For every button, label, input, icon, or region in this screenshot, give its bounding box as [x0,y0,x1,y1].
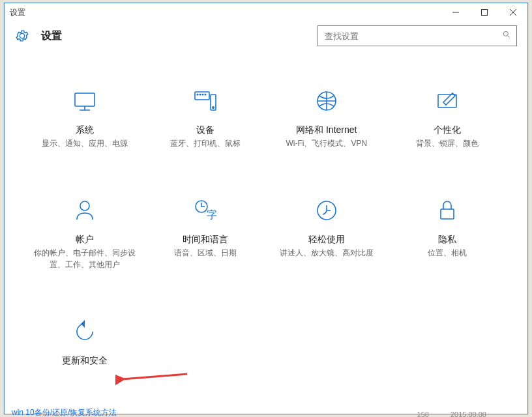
titlebar: 设置 [5,3,527,22]
update-icon [69,316,100,347]
tile-title: 时间和语言 [183,233,228,246]
svg-point-6 [197,94,198,95]
tile-system[interactable]: 系统 显示、通知、应用、电源 [24,85,145,149]
tile-time-language[interactable]: 字 时间和语言 语音、区域、日期 [145,195,267,270]
devices-icon [190,85,221,117]
tile-privacy[interactable]: 隐私 位置、相机 [387,195,509,270]
lock-icon [432,195,463,226]
svg-point-9 [205,94,206,95]
tile-desc: 语音、区域、日期 [174,247,237,259]
tile-desc: 讲述人、放大镜、高对比度 [280,247,374,259]
taskbar-stats: 158 2015.08.08 [398,410,486,417]
page-title: 设置 [41,29,62,43]
personalize-icon [432,85,463,117]
tile-desc: 蓝牙、打印机、鼠标 [170,137,241,149]
ease-icon [311,195,342,226]
svg-point-7 [200,94,201,95]
settings-window: 设置 设置 系统 [4,3,528,414]
tile-desc: 显示、通知、应用、电源 [42,137,128,149]
globe-icon [311,85,342,117]
svg-rect-0 [482,10,488,16]
svg-rect-3 [195,92,209,100]
time-language-icon: 字 [190,195,221,226]
window-title: 设置 [10,7,25,18]
minimize-button[interactable] [441,3,470,22]
svg-point-1 [503,31,508,36]
svg-text:字: 字 [207,209,217,220]
tile-personalization[interactable]: 个性化 背景、锁屏、颜色 [387,85,509,149]
annotation-arrow [115,365,194,391]
tile-ease-of-access[interactable]: 轻松使用 讲述人、放大镜、高对比度 [266,195,387,270]
tile-title: 隐私 [438,233,456,246]
tile-title: 轻松使用 [308,233,345,246]
svg-rect-16 [441,209,454,219]
search-icon [502,30,511,42]
tile-title: 帐户 [76,233,94,246]
tile-title: 设备 [196,123,214,136]
maximize-button[interactable] [470,3,499,22]
tile-network[interactable]: 网络和 Internet Wi-Fi、飞行模式、VPN [266,85,387,149]
search-box[interactable] [318,25,517,46]
tile-title: 网络和 Internet [296,123,357,136]
tile-desc: 背景、锁屏、颜色 [416,137,479,149]
tile-update-security[interactable]: 更新和安全 [24,316,145,368]
header: 设置 [5,22,527,49]
category-grid: 系统 显示、通知、应用、电源 设备 蓝牙、打印机、鼠标 网络和 Internet… [5,49,527,368]
tile-title: 系统 [76,123,94,136]
taskbar-hint: win 10各份/还原/恢复系统方法 [12,407,117,417]
svg-point-5 [213,107,214,108]
svg-point-12 [80,201,89,210]
search-input[interactable] [323,31,502,42]
svg-point-8 [202,94,203,95]
tile-desc: 你的帐户、电子邮件、同步设置、工作、其他用户 [33,247,137,270]
svg-line-17 [122,374,187,379]
tile-title: 个性化 [434,123,461,136]
tile-desc: Wi-Fi、飞行模式、VPN [286,137,367,149]
tile-title: 更新和安全 [62,354,108,367]
svg-rect-11 [438,94,456,108]
close-button[interactable] [499,3,527,22]
person-icon [69,195,100,226]
display-icon [69,85,100,117]
tile-desc: 位置、相机 [428,247,467,259]
gear-icon [15,29,29,43]
tile-accounts[interactable]: 帐户 你的帐户、电子邮件、同步设置、工作、其他用户 [24,195,145,270]
tile-devices[interactable]: 设备 蓝牙、打印机、鼠标 [145,85,267,149]
svg-rect-2 [75,93,95,106]
